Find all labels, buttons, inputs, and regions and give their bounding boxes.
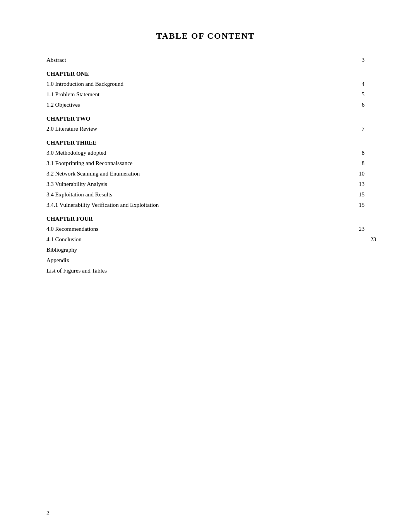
toc-label: 1.1 Problem Statement [46, 91, 99, 98]
toc-label: Abstract [46, 57, 66, 63]
toc-label: 1.2 Objectives [46, 102, 80, 108]
toc-row: Abstract 3 [46, 55, 365, 65]
toc-page: 8 [362, 160, 365, 167]
toc-label-conclusion: 4.1 Conclusion [46, 236, 82, 243]
toc-row-chapter-three: CHAPTER THREE [46, 134, 365, 148]
toc-row: 3.1 Footprinting and Reconnaissance 8 [46, 158, 365, 169]
toc-row: List of Figures and Tables [46, 266, 365, 276]
chapter-three-label: CHAPTER THREE [46, 140, 96, 146]
toc-label: 3.1 Footprinting and Reconnaissance [46, 160, 132, 167]
toc-row: 1.0 Introduction and Background 4 [46, 79, 365, 89]
toc-label: 3.4 Exploitation and Results [46, 191, 112, 198]
toc-container: Abstract 3 CHAPTER ONE 1.0 Introduction … [46, 55, 365, 276]
chapter-four-label: CHAPTER FOUR [46, 216, 93, 222]
toc-row-chapter-two: CHAPTER TWO [46, 110, 365, 124]
toc-row: 3.4.1 Vulnerability Verification and Exp… [46, 200, 365, 210]
toc-row: Bibliography [46, 245, 365, 255]
toc-row-chapter-one: CHAPTER ONE [46, 65, 365, 79]
toc-page: 4 [362, 81, 365, 87]
toc-row: Appendix [46, 255, 365, 266]
toc-row: 3.3 Vulnerability Analysis 13 [46, 179, 365, 189]
chapter-one-label: CHAPTER ONE [46, 71, 89, 77]
toc-page: 5 [362, 91, 365, 98]
toc-page: 15 [359, 202, 365, 208]
toc-row: 1.2 Objectives 6 [46, 100, 365, 110]
chapter-two-label: CHAPTER TWO [46, 116, 91, 122]
toc-page: 13 [359, 181, 365, 188]
toc-page: 8 [362, 150, 365, 156]
toc-row: 3.2 Network Scanning and Enumeration 10 [46, 169, 365, 179]
page-title: TABLE OF CONTENT [46, 31, 365, 41]
toc-row-chapter-four: CHAPTER FOUR [46, 210, 365, 224]
toc-page-conclusion: 23 [370, 236, 376, 243]
toc-page: 3 [362, 57, 365, 63]
toc-row: 1.1 Problem Statement 5 [46, 89, 365, 100]
toc-label: 3.4.1 Vulnerability Verification and Exp… [46, 202, 159, 208]
toc-page: 6 [362, 102, 365, 108]
toc-row-conclusion: 4.1 Conclusion 23 [46, 234, 365, 245]
page-number: 2 [46, 510, 49, 517]
toc-page: 10 [359, 171, 365, 177]
toc-label: Appendix [46, 257, 69, 264]
toc-row: 3.4 Exploitation and Results 15 [46, 189, 365, 200]
toc-page: 7 [362, 126, 365, 132]
toc-page: 23 [359, 226, 365, 232]
toc-row: 3.0 Methodology adopted 8 [46, 148, 365, 158]
page: TABLE OF CONTENT Abstract 3 CHAPTER ONE … [0, 0, 411, 532]
toc-label: 3.3 Vulnerability Analysis [46, 181, 107, 188]
toc-row: 2.0 Literature Review 7 [46, 124, 365, 134]
toc-label: Bibliography [46, 247, 77, 253]
toc-row: 4.0 Recommendations 23 [46, 224, 365, 234]
toc-label: 3.0 Methodology adopted [46, 150, 106, 156]
toc-page: 15 [359, 191, 365, 198]
toc-label: List of Figures and Tables [46, 268, 107, 274]
toc-label: 1.0 Introduction and Background [46, 81, 123, 87]
toc-label: 3.2 Network Scanning and Enumeration [46, 171, 140, 177]
toc-label: 2.0 Literature Review [46, 126, 97, 132]
toc-label: 4.0 Recommendations [46, 226, 98, 232]
